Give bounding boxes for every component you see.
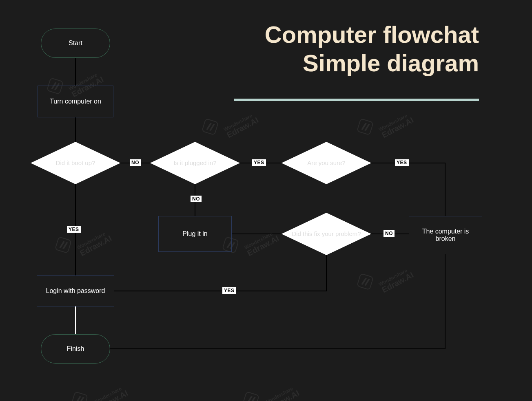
node-broken-label: The computer is broken — [412, 228, 479, 242]
diagram-title: Computer flowchat Simple diagram — [265, 20, 479, 77]
node-plug-it-in-label: Plug it in — [182, 230, 207, 238]
watermark: WondershareEdraw.AI — [356, 99, 415, 148]
node-login[interactable]: Login with password — [37, 275, 114, 306]
edge-sure-yes-v — [445, 163, 446, 216]
edge-start-to-turnon — [75, 58, 76, 86]
diagram-canvas: Computer flowchat Simple diagram Wonders… — [0, 0, 532, 401]
watermark: WondershareEdraw.AI — [356, 254, 415, 303]
node-start-label: Start — [69, 40, 82, 47]
label-sure-yes: YES — [395, 159, 409, 166]
node-finish-label: Finish — [67, 345, 84, 353]
node-start[interactable]: Start — [41, 29, 110, 58]
node-broken[interactable]: The computer is broken — [409, 216, 482, 254]
node-turn-on-label: Turn computer on — [50, 98, 101, 105]
label-boot-yes: YES — [67, 226, 81, 233]
edge-broken-h — [110, 348, 446, 349]
node-login-label: Login with password — [46, 287, 105, 295]
edge-fixed-yes-h — [114, 291, 327, 291]
edge-broken-v — [445, 254, 446, 348]
node-fixed[interactable]: Did this fix your problem? — [282, 213, 371, 255]
node-sure[interactable]: Are you sure? — [282, 142, 371, 184]
label-boot-no: NO — [130, 159, 141, 166]
label-plugged-no: NO — [191, 196, 202, 202]
watermark: WondershareEdraw.AI — [201, 99, 260, 148]
node-boot-label: Did it boot up? — [56, 159, 95, 167]
watermark: WondershareEdraw.AI — [54, 218, 113, 266]
node-plugged-label: Is it plugged in? — [173, 159, 216, 167]
node-turn-on[interactable]: Turn computer on — [38, 86, 113, 117]
label-fixed-no: NO — [383, 230, 395, 237]
watermark: WondershareEdraw.AI — [242, 372, 301, 401]
node-plugged[interactable]: Is it plugged in? — [150, 142, 240, 184]
edge-fixed-yes-v — [326, 255, 327, 291]
label-plugged-yes: YES — [252, 159, 266, 166]
label-fixed-yes: YES — [222, 287, 236, 294]
node-boot[interactable]: Did it boot up? — [31, 142, 120, 184]
title-line-1: Computer flowchat — [265, 20, 479, 49]
title-underline — [234, 99, 479, 101]
node-finish[interactable]: Finish — [41, 334, 110, 364]
edge-turnon-to-boot — [75, 117, 76, 142]
watermark: WondershareEdraw.AI — [70, 372, 129, 401]
edge-login-to-finish — [75, 306, 76, 334]
edge-plugit-to-fixed — [232, 234, 282, 234]
node-sure-label: Are you sure? — [307, 159, 345, 167]
node-fixed-label: Did this fix your problem? — [292, 230, 361, 238]
title-line-2: Simple diagram — [265, 49, 479, 77]
node-plug-it-in[interactable]: Plug it in — [158, 216, 232, 252]
